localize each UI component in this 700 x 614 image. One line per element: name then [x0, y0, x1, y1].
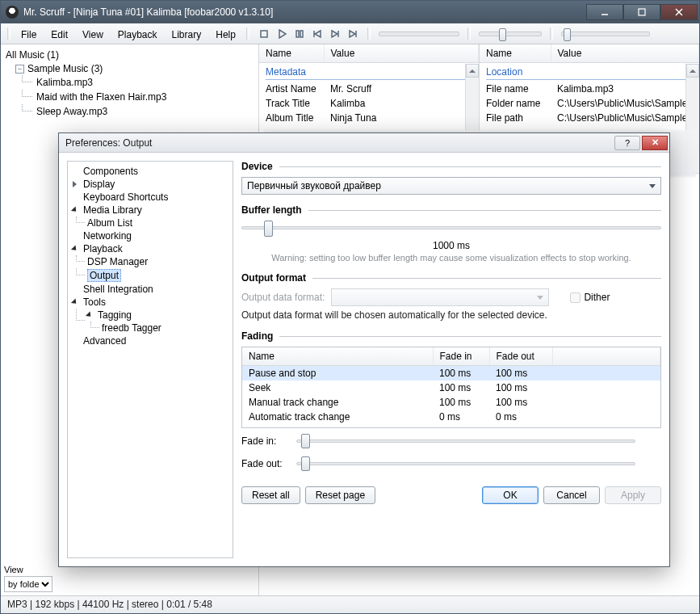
output-format-note: Output data format will be chosen automa…	[241, 309, 661, 321]
app-logo-icon	[6, 6, 19, 19]
prop-row[interactable]: Album TitleNinja Tuna	[259, 111, 479, 125]
pref-node-networking[interactable]: Networking	[71, 229, 229, 242]
view-selector-group: View by folder s	[4, 565, 52, 592]
fading-row[interactable]: Manual track change100 ms100 ms	[242, 395, 660, 410]
slider-thumb[interactable]	[301, 434, 310, 448]
dither-checkbox[interactable]: Dither	[570, 292, 610, 303]
fading-table: Name Fade in Fade out Pause and stop100 …	[241, 347, 661, 428]
col-name[interactable]: Name	[259, 44, 324, 63]
pref-node-media-library[interactable]: Media Library	[71, 204, 229, 217]
fading-row[interactable]: Seek100 ms100 ms	[242, 381, 660, 395]
tree-folder-sample-music[interactable]: −Sample Music (3)	[12, 62, 257, 75]
prop-row[interactable]: Artist NameMr. Scruff	[259, 82, 479, 96]
window-title: Mr. Scruff - [Ninja Tuna #01] Kalimba [f…	[23, 6, 586, 18]
balance-slider[interactable]	[561, 32, 650, 36]
tree-file[interactable]: Maid with the Flaxen Hair.mp3	[33, 90, 257, 103]
pref-node-shell-integration[interactable]: Shell Integration	[71, 283, 229, 296]
device-dropdown[interactable]: Первичный звуковой драйвер	[241, 177, 661, 195]
svg-rect-5	[296, 31, 299, 37]
volume-thumb[interactable]	[499, 28, 506, 41]
pref-node-advanced[interactable]: Advanced	[71, 334, 229, 347]
tree-file[interactable]: Kalimba.mp3	[33, 76, 257, 89]
col-value[interactable]: Value	[324, 44, 479, 63]
menu-edit[interactable]: Edit	[44, 25, 75, 42]
prop-row[interactable]: File nameKalimba.mp3	[480, 82, 699, 96]
fade-out-slider[interactable]	[296, 456, 635, 472]
close-button[interactable]	[660, 4, 698, 20]
ok-button[interactable]: OK	[482, 486, 539, 504]
scroll-up-icon[interactable]	[466, 64, 479, 78]
pause-icon[interactable]	[291, 26, 308, 42]
toolbar-sep	[246, 27, 249, 40]
pref-node-output[interactable]: Output	[86, 268, 229, 283]
prop-row[interactable]: Track TitleKalimba	[259, 96, 479, 111]
col-fadeout[interactable]: Fade out	[489, 347, 552, 366]
dialog-close-button[interactable]: ✕	[642, 136, 668, 150]
collapse-icon[interactable]	[73, 246, 80, 253]
col-value[interactable]: Value	[551, 44, 699, 63]
expand-icon[interactable]	[73, 181, 80, 188]
pref-node-playback[interactable]: Playback	[71, 242, 229, 255]
cancel-button[interactable]: Cancel	[543, 486, 600, 504]
dialog-help-button[interactable]: ?	[614, 136, 640, 150]
menu-file[interactable]: File	[14, 25, 44, 42]
menubar-grip-icon	[7, 27, 10, 40]
collapse-icon[interactable]	[87, 312, 94, 319]
buffer-slider[interactable]	[241, 219, 661, 237]
pref-node-tools[interactable]: Tools	[71, 296, 229, 309]
output-format-dropdown	[331, 288, 549, 306]
collapse-icon[interactable]	[73, 299, 80, 306]
fading-heading: Fading	[241, 330, 273, 342]
seek-slider[interactable]	[379, 32, 459, 36]
apply-button[interactable]: Apply	[605, 486, 661, 504]
prop-row[interactable]: File pathC:\Users\Public\Music\Sample	[480, 111, 699, 125]
reset-page-button[interactable]: Reset page	[305, 486, 375, 504]
scroll-up-icon[interactable]	[686, 64, 699, 78]
view-select[interactable]: by folder s	[4, 576, 52, 592]
minimize-button[interactable]	[586, 4, 623, 20]
slider-thumb[interactable]	[301, 456, 310, 471]
status-bar: MP3 | 192 kbps | 44100 Hz | stereo | 0:0…	[1, 595, 699, 613]
pref-node-freedb-tagger[interactable]: freedb Tagger	[100, 322, 229, 334]
random-icon[interactable]	[345, 26, 361, 42]
pref-node-tagging[interactable]: Tagging	[86, 309, 229, 322]
buffer-value: 1000 ms	[241, 240, 661, 251]
pref-node-components[interactable]: Components	[71, 165, 229, 178]
maximize-button[interactable]	[623, 4, 660, 20]
fade-in-label: Fade in:	[241, 435, 288, 447]
tree-root-all-music[interactable]: All Music (1)	[2, 48, 257, 61]
reset-all-button[interactable]: Reset all	[241, 486, 300, 504]
stop-icon[interactable]	[256, 26, 272, 42]
menu-view[interactable]: View	[75, 25, 111, 42]
menu-help[interactable]: Help	[208, 25, 243, 42]
output-format-label: Output data format:	[241, 292, 325, 303]
pref-node-keyboard-shortcuts[interactable]: Keyboard Shortcuts	[71, 191, 229, 204]
pref-node-display[interactable]: Display	[71, 178, 229, 191]
fading-row[interactable]: Automatic track change0 ms0 ms	[242, 410, 660, 427]
expand-minus-icon[interactable]: −	[15, 65, 24, 74]
tree-file[interactable]: Sleep Away.mp3	[33, 105, 257, 118]
menu-library[interactable]: Library	[165, 25, 209, 42]
menu-playback[interactable]: Playback	[111, 25, 165, 42]
collapse-icon[interactable]	[73, 207, 80, 214]
prop-row[interactable]: Folder nameC:\Users\Public\Music\Sample	[480, 96, 699, 111]
pref-node-album-list[interactable]: Album List	[86, 217, 229, 229]
toolbar-sep-3	[467, 27, 471, 40]
play-icon[interactable]	[274, 26, 290, 42]
next-icon[interactable]	[327, 26, 343, 42]
buffer-thumb[interactable]	[264, 221, 273, 237]
dialog-titlebar: Preferences: Output ? ✕	[59, 133, 669, 153]
section-label: Metadata	[266, 66, 306, 78]
section-label: Location	[486, 66, 522, 78]
col-empty	[552, 347, 660, 366]
fading-row[interactable]: Pause and stop100 ms100 ms	[242, 366, 660, 381]
prev-icon[interactable]	[309, 26, 325, 42]
fade-in-slider[interactable]	[296, 433, 635, 449]
col-name[interactable]: Name	[242, 347, 433, 366]
balance-thumb[interactable]	[564, 28, 571, 41]
volume-slider[interactable]	[479, 32, 542, 36]
col-name[interactable]: Name	[480, 44, 551, 63]
view-label: View	[4, 565, 52, 574]
col-fadein[interactable]: Fade in	[433, 347, 489, 366]
pref-node-dsp-manager[interactable]: DSP Manager	[86, 255, 229, 268]
